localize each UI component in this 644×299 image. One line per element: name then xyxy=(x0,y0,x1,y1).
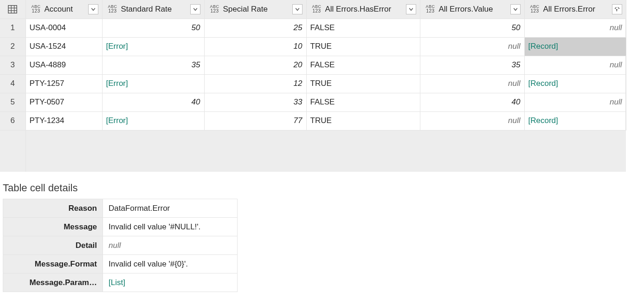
details-value[interactable]: [List] xyxy=(103,273,238,292)
details-value: Invalid cell value '#{0}'. xyxy=(103,255,238,273)
datatype-any-icon: ABC123 xyxy=(528,4,541,15)
cell-account[interactable]: PTY-1257 xyxy=(26,74,102,93)
row-number[interactable]: 3 xyxy=(0,56,26,74)
details-value: DataFormat.Error xyxy=(103,199,238,218)
details-row: Message.Param…[List] xyxy=(3,273,238,292)
cell-account[interactable]: USA-1524 xyxy=(26,37,102,56)
details-key: Message xyxy=(3,218,103,236)
datatype-any-icon: ABC123 xyxy=(106,4,119,15)
datatype-any-icon: ABC123 xyxy=(30,4,43,15)
svg-rect-0 xyxy=(8,6,17,13)
cell-account[interactable]: USA-0004 xyxy=(26,19,102,37)
grid-empty-area xyxy=(0,130,626,172)
table-row[interactable]: 1USA-00045025FALSE50null xyxy=(0,19,626,37)
column-header[interactable]: ABC123Account xyxy=(26,0,102,19)
row-number[interactable]: 2 xyxy=(0,37,26,56)
cell-special-rate[interactable]: 77 xyxy=(204,111,306,130)
cell-has-error[interactable]: TRUE xyxy=(306,111,420,130)
column-name: All Errors.Error xyxy=(543,5,610,14)
column-filter-button[interactable] xyxy=(406,4,416,14)
cell-value[interactable]: 40 xyxy=(420,93,524,111)
row-number[interactable]: 6 xyxy=(0,111,26,130)
datatype-any-icon: ABC123 xyxy=(310,4,323,15)
column-header[interactable]: ABC123All Errors.HasError xyxy=(306,0,420,19)
datatype-any-icon: ABC123 xyxy=(424,4,437,15)
table-row[interactable]: 6PTY-1234[Error]77TRUEnull[Record] xyxy=(0,111,626,130)
details-value: null xyxy=(103,236,238,255)
expand-column-button[interactable] xyxy=(612,4,622,14)
column-name: All Errors.HasError xyxy=(325,5,404,14)
cell-error[interactable]: null xyxy=(524,19,626,37)
cell-standard-rate[interactable]: [Error] xyxy=(102,37,204,56)
details-title: Table cell details xyxy=(3,182,644,194)
cell-has-error[interactable]: TRUE xyxy=(306,37,420,56)
column-filter-button[interactable] xyxy=(88,4,98,14)
cell-account[interactable]: PTY-0507 xyxy=(26,93,102,111)
table-row[interactable]: 5PTY-05074033FALSE40null xyxy=(0,93,626,111)
cell-standard-rate[interactable]: 40 xyxy=(102,93,204,111)
table-row[interactable]: 4PTY-1257[Error]12TRUEnull[Record] xyxy=(0,74,626,93)
details-key: Reason xyxy=(3,199,103,218)
column-filter-button[interactable] xyxy=(510,4,521,14)
column-header[interactable]: ABC123All Errors.Value xyxy=(420,0,524,19)
cell-special-rate[interactable]: 12 xyxy=(204,74,306,93)
cell-error[interactable]: [Record] xyxy=(524,37,626,56)
cell-value[interactable]: null xyxy=(420,74,524,93)
cell-standard-rate[interactable]: [Error] xyxy=(102,111,204,130)
details-value: Invalid cell value '#NULL!'. xyxy=(103,218,238,236)
details-table: ReasonDataFormat.ErrorMessageInvalid cel… xyxy=(3,199,238,292)
datatype-any-icon: ABC123 xyxy=(208,4,221,15)
cell-special-rate[interactable]: 25 xyxy=(204,19,306,37)
cell-has-error[interactable]: FALSE xyxy=(306,19,420,37)
column-header[interactable]: ABC123Special Rate xyxy=(204,0,306,19)
cell-standard-rate[interactable]: [Error] xyxy=(102,74,204,93)
cell-value[interactable]: 50 xyxy=(420,19,524,37)
row-number[interactable]: 5 xyxy=(0,93,26,111)
column-header[interactable]: ABC123All Errors.Error xyxy=(524,0,626,19)
cell-standard-rate[interactable]: 50 xyxy=(102,19,204,37)
cell-error[interactable]: null xyxy=(524,93,626,111)
details-row: Detailnull xyxy=(3,236,238,255)
select-all-corner[interactable] xyxy=(0,0,26,19)
cell-error[interactable]: [Record] xyxy=(524,74,626,93)
details-key: Message.Format xyxy=(3,255,103,273)
details-key: Message.Param… xyxy=(3,273,103,292)
cell-value[interactable]: null xyxy=(420,37,524,56)
column-name: All Errors.Value xyxy=(439,5,509,14)
table-row[interactable]: 3USA-48893520FALSE35null xyxy=(0,56,626,74)
column-filter-button[interactable] xyxy=(190,4,200,14)
cell-has-error[interactable]: FALSE xyxy=(306,93,420,111)
table-row[interactable]: 2USA-1524[Error]10TRUEnull[Record] xyxy=(0,37,626,56)
data-grid[interactable]: ABC123AccountABC123Standard RateABC123Sp… xyxy=(0,0,626,172)
row-number[interactable]: 4 xyxy=(0,74,26,93)
grid-empty-area xyxy=(0,130,26,172)
column-name: Standard Rate xyxy=(121,5,188,14)
cell-has-error[interactable]: FALSE xyxy=(306,56,420,74)
details-row: Message.FormatInvalid cell value '#{0}'. xyxy=(3,255,238,273)
grid-empty-area xyxy=(26,130,626,172)
column-filter-button[interactable] xyxy=(292,4,303,14)
column-name: Special Rate xyxy=(223,5,290,14)
details-row: ReasonDataFormat.Error xyxy=(3,199,238,218)
details-key: Detail xyxy=(3,236,103,255)
cell-special-rate[interactable]: 33 xyxy=(204,93,306,111)
cell-special-rate[interactable]: 20 xyxy=(204,56,306,74)
cell-has-error[interactable]: TRUE xyxy=(306,74,420,93)
column-name: Account xyxy=(45,5,86,14)
cell-value[interactable]: null xyxy=(420,111,524,130)
cell-special-rate[interactable]: 10 xyxy=(204,37,306,56)
cell-error[interactable]: [Record] xyxy=(524,111,626,130)
cell-account[interactable]: USA-4889 xyxy=(26,56,102,74)
details-row: MessageInvalid cell value '#NULL!'. xyxy=(3,218,238,236)
column-header[interactable]: ABC123Standard Rate xyxy=(102,0,204,19)
table-icon xyxy=(0,0,26,19)
cell-value[interactable]: 35 xyxy=(420,56,524,74)
cell-error[interactable]: null xyxy=(524,56,626,74)
cell-standard-rate[interactable]: 35 xyxy=(102,56,204,74)
row-number[interactable]: 1 xyxy=(0,19,26,37)
cell-account[interactable]: PTY-1234 xyxy=(26,111,102,130)
